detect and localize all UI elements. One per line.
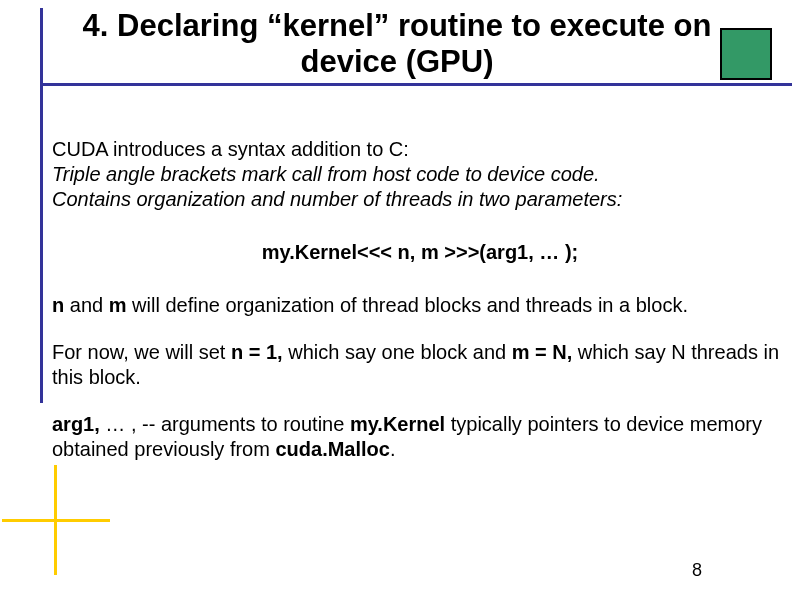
cudamalloc-label: cuda.Malloc [275,438,389,460]
intro-paragraph: CUDA introduces a syntax addition to C: … [52,137,788,212]
text: … , -- arguments to routine [100,413,350,435]
m-eq-N: m = N, [512,341,573,363]
left-vertical-bar [40,8,43,403]
title-area: 4. Declaring “kernel” routine to execute… [0,0,794,86]
text: For now, we will set [52,341,231,363]
italic-line-2: Contains organization and number of thre… [52,187,788,212]
intro-line: CUDA introduces a syntax addition to C: [52,137,788,162]
title-underline [40,83,792,86]
page-number: 8 [692,560,702,581]
kernel-call-code: my.Kernel<<< n, m >>>(arg1, … ); [52,240,788,265]
n-var: n [52,294,64,316]
italic-line-1: Triple angle brackets mark call from hos… [52,162,788,187]
slide-title: 4. Declaring “kernel” routine to execute… [0,8,794,79]
text: which say one block and [283,341,512,363]
text: will define organization of thread block… [127,294,688,316]
yellow-cross-vertical [54,465,57,575]
n-eq-1: n = 1, [231,341,283,363]
mykernel-label: my.Kernel [350,413,445,435]
arg1-label: arg1, [52,413,100,435]
m-var: m [109,294,127,316]
paragraph-args: arg1, … , -- arguments to routine my.Ker… [52,412,788,462]
slide: 4. Declaring “kernel” routine to execute… [0,0,794,595]
content-area: CUDA introduces a syntax addition to C: … [52,137,788,462]
text: . [390,438,396,460]
paragraph-fornow: For now, we will set n = 1, which say on… [52,340,788,390]
text: and [64,294,108,316]
paragraph-nm: n and m will define organization of thre… [52,293,788,318]
